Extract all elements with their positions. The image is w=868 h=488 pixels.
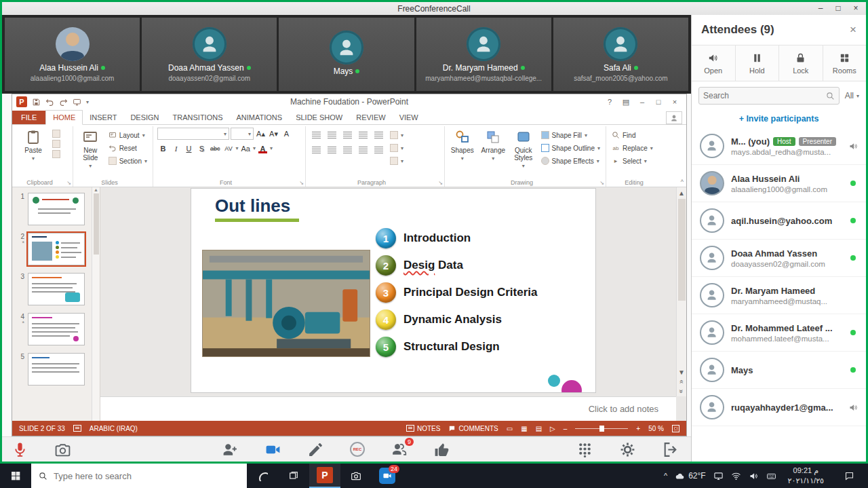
- shape-fill-button[interactable]: Shape Fill▾: [540, 130, 601, 140]
- ppt-minimize-button[interactable]: –: [635, 98, 650, 107]
- italic-button[interactable]: I: [170, 143, 182, 154]
- attendee-row[interactable]: aqil.husein@yahoo.com: [692, 202, 866, 240]
- minimize-button[interactable]: –: [812, 2, 829, 15]
- justify-icon[interactable]: [357, 145, 370, 156]
- section-button[interactable]: Section▾: [107, 155, 149, 166]
- slide-canvas[interactable]: Out lines: [191, 189, 595, 392]
- customize-qat-icon[interactable]: ▾: [86, 99, 89, 105]
- dialog-launcher-icon[interactable]: ↘: [438, 180, 443, 186]
- list-item[interactable]: 3 Principal Design Criteria: [376, 282, 537, 303]
- language-indicator[interactable]: ARABIC (IRAQ): [90, 425, 138, 432]
- shrink-font-icon[interactable]: A▾: [268, 128, 279, 140]
- attendee-row[interactable]: Mays: [692, 352, 866, 389]
- weather-widget[interactable]: 62°F: [675, 471, 705, 481]
- leave-meeting-icon[interactable]: [662, 441, 679, 458]
- camera-icon[interactable]: [54, 441, 71, 458]
- thumbnail-row[interactable]: 4*: [18, 313, 90, 345]
- settings-gear-icon[interactable]: [619, 441, 636, 458]
- video-tile[interactable]: Dr. Maryam Hameed maryamhameed@mustaqbal…: [416, 18, 551, 91]
- start-button[interactable]: [0, 464, 31, 488]
- tab-file[interactable]: FILE: [12, 111, 45, 124]
- taskbar-powerpoint-icon[interactable]: P: [309, 464, 340, 488]
- increase-indent-icon[interactable]: [357, 130, 370, 141]
- font-color-button[interactable]: A: [257, 143, 269, 154]
- list-item[interactable]: 2 Desig Data: [376, 255, 537, 276]
- normal-view-icon[interactable]: ▭: [507, 425, 513, 432]
- attendee-row[interactable]: ruqayahhayder1@gma...: [692, 389, 866, 426]
- clear-formatting-icon[interactable]: A: [281, 128, 292, 140]
- video-tile[interactable]: Alaa Hussein Ali alaaalieng1000@gmail.co…: [5, 18, 140, 91]
- slide-1-thumbnail[interactable]: [28, 193, 85, 225]
- maximize-button[interactable]: □: [829, 2, 847, 15]
- slideshow-view-icon[interactable]: ▷: [550, 425, 555, 432]
- search-box[interactable]: [698, 87, 840, 105]
- font-name-combo[interactable]: ▾: [157, 128, 229, 140]
- attendee-row[interactable]: Dr. Maryam Hameed maryamhameed@mustaq...: [692, 277, 866, 314]
- dialog-launcher-icon[interactable]: ↘: [599, 180, 604, 186]
- search-input[interactable]: [703, 91, 826, 100]
- scrollbar-thumb[interactable]: [678, 199, 686, 301]
- thumbnail-row[interactable]: 3: [18, 273, 90, 305]
- video-share-icon[interactable]: [264, 441, 281, 458]
- show-hidden-icons-chevron[interactable]: ^: [664, 472, 667, 480]
- attendee-row[interactable]: M... (you)HostPresenter mays.abdal_redha…: [692, 128, 866, 165]
- align-left-icon[interactable]: [310, 145, 323, 156]
- taskbar-search[interactable]: [31, 464, 247, 488]
- reactions-thumbs-up-icon[interactable]: [433, 441, 450, 458]
- bullets-icon[interactable]: [310, 130, 323, 141]
- record-button[interactable]: REC: [350, 442, 365, 457]
- arrange-button[interactable]: Arrange ▾: [479, 128, 507, 162]
- zoom-level[interactable]: 50 %: [648, 425, 664, 432]
- layout-button[interactable]: Layout▾: [107, 130, 149, 140]
- scroll-up-icon[interactable]: ▲: [678, 188, 685, 198]
- action-center-icon[interactable]: [835, 471, 863, 481]
- slide-3-thumbnail[interactable]: [28, 273, 85, 305]
- fit-to-window-icon[interactable]: [672, 425, 679, 432]
- thumbnail-row[interactable]: 5: [18, 353, 90, 386]
- microphone-icon[interactable]: [12, 441, 28, 458]
- keypad-icon[interactable]: [576, 441, 593, 458]
- find-button[interactable]: Find: [610, 130, 654, 140]
- hold-button[interactable]: Hold: [736, 45, 780, 81]
- start-slideshow-icon[interactable]: [73, 98, 81, 107]
- reading-view-icon[interactable]: ▤: [536, 425, 542, 432]
- pump-station-photo[interactable]: [202, 250, 370, 357]
- paste-button[interactable]: Paste ▾: [18, 128, 49, 162]
- strikethrough-button[interactable]: abc: [209, 143, 222, 154]
- cut-icon[interactable]: [52, 130, 60, 138]
- slide-4-thumbnail[interactable]: [28, 313, 85, 345]
- list-item[interactable]: 1 Introduction: [376, 228, 537, 248]
- wifi-icon[interactable]: [731, 471, 741, 481]
- tab-animations[interactable]: ANIMATIONS: [230, 111, 290, 124]
- convert-smartart-button[interactable]: ▾: [389, 155, 405, 166]
- tab-review[interactable]: REVIEW: [349, 111, 392, 124]
- comments-toggle[interactable]: COMMENTS: [448, 425, 498, 432]
- slide-5-thumbnail[interactable]: [28, 353, 85, 386]
- bold-button[interactable]: B: [157, 143, 169, 154]
- change-case-button[interactable]: Aa: [240, 143, 252, 154]
- columns-icon[interactable]: [372, 145, 385, 156]
- numbering-icon[interactable]: [326, 130, 338, 141]
- save-icon[interactable]: [32, 98, 41, 107]
- redo-icon[interactable]: [59, 98, 68, 107]
- slide-sorter-view-icon[interactable]: ▦: [521, 425, 527, 432]
- slide-scrollbar[interactable]: ▲ ▼ » »: [676, 187, 686, 396]
- reset-button[interactable]: Reset: [107, 143, 149, 153]
- quick-styles-button[interactable]: Quick Styles ▾: [511, 128, 536, 169]
- tab-view[interactable]: VIEW: [393, 111, 425, 124]
- shapes-button[interactable]: Shapes ▾: [449, 128, 476, 162]
- thumbnail-row[interactable]: 1: [18, 193, 90, 225]
- close-panel-icon[interactable]: ×: [850, 23, 856, 37]
- attendee-row[interactable]: Alaa Hussein Ali alaaalieng1000@gmall.co…: [692, 165, 866, 202]
- decrease-indent-icon[interactable]: [341, 130, 354, 141]
- video-tile[interactable]: Mays: [279, 18, 414, 91]
- volume-icon[interactable]: [749, 471, 759, 481]
- thumbnails-scrollbar[interactable]: ▲: [92, 187, 100, 421]
- participants-icon[interactable]: 9: [391, 441, 408, 458]
- spell-check-icon[interactable]: [73, 425, 81, 432]
- next-slide-button[interactable]: »: [679, 386, 684, 396]
- scroll-down-icon[interactable]: ▼: [678, 367, 685, 377]
- align-center-icon[interactable]: [326, 145, 338, 156]
- taskbar-search-input[interactable]: [54, 471, 239, 481]
- tab-design[interactable]: DESIGN: [123, 111, 165, 124]
